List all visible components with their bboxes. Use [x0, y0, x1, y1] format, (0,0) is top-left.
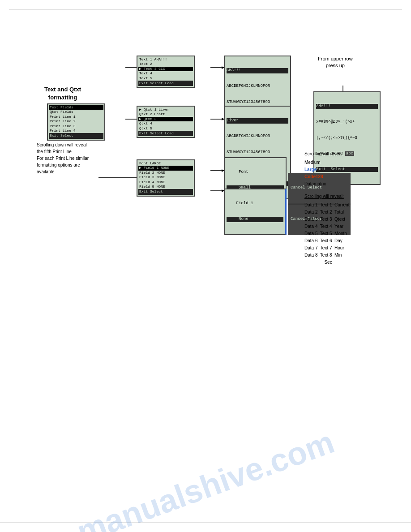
qtxt-menu-item-1[interactable]: Qtxt 1 Liver [138, 107, 193, 112]
menu-item-text-fields[interactable]: Text Fields [49, 105, 103, 110]
scrolling-font-large: Large [304, 166, 344, 173]
qtxt-menu-item-2[interactable]: Qtxt 2 Heart [138, 112, 193, 116]
font-menu-field3[interactable]: Field 3 NONE [138, 175, 193, 180]
scrolling-field-label: Scrolling will reveal: [304, 193, 349, 200]
liver-line2: ABCDEFGHIJKLMNOPOR [227, 134, 288, 139]
qtxt-menu-bottom: Exit Select Load [138, 131, 193, 136]
qtxt-menu-item-3[interactable]: Qtxt 3 [138, 117, 193, 121]
field-screen-value: None [227, 217, 283, 222]
from-upper-row-text: From upper rowpress up [318, 56, 353, 69]
text-menu-bottom: Exit Select Load [138, 81, 193, 86]
field-item-8: Data 8 Text 8 Min [304, 252, 349, 259]
text-menu-item-4[interactable]: Text 4 [138, 71, 193, 76]
font-screen-label: Font [227, 170, 284, 175]
font-menu-list: Font LARGE Field 1 NONE Field 2 NONE Fie… [137, 159, 195, 197]
field-item-4: Data 4 Text 4 Year [304, 223, 349, 230]
field-item-1: Data 1 Text 1 Current [304, 202, 349, 209]
qtxt-menu-item-5[interactable]: Qtxt 5 [138, 126, 193, 131]
field-item-2: Data 2 Text 2 Total [304, 209, 349, 216]
aha-line2: ABCDEFGHIJKLMNOPOR [227, 84, 288, 89]
aha-right-line1: AHA!!! [316, 104, 378, 109]
scrolling-font-reveal: Scrolling will reveal: Medium Large Code… [304, 150, 344, 188]
scrolling-field-reveal: Scrolling will reveal: Data 1 Text 1 Cur… [304, 193, 349, 266]
scrolling-font-label: Scrolling will reveal: [304, 150, 344, 158]
field-item-6: Data 6 Text 6 Day [304, 237, 349, 245]
qtxt-menu-list: Qtxt 1 Liver Qtxt 2 Heart Qtxt 3 Qtxt 4 … [137, 106, 195, 138]
scrolling-font-medium: Medium [304, 159, 344, 166]
page-container: Text and Qtxt formatting Text Fields Qtx… [0, 0, 411, 532]
field-item-5: Data 5 Text 5 Month [304, 230, 349, 237]
menu-item-print-line-4[interactable]: Print Line 4 [49, 129, 103, 133]
text-menu-item-3[interactable]: Text 3 CCC [138, 67, 193, 71]
text-menu-item-5[interactable]: Text 5 [138, 76, 193, 81]
scrolling-field-block: Scrolling will reveal: Data 1 Text 1 Cur… [304, 193, 349, 266]
side-note-block: Scrolling down will revealthe fifth Prin… [37, 142, 89, 175]
font-menu-field1[interactable]: Field 1 NONE [138, 166, 193, 170]
text-menu-item-1[interactable]: Text 1 AHA!!! [138, 57, 193, 62]
menu-item-print-line-3[interactable]: Print Line 3 [49, 124, 103, 129]
font-menu-font[interactable]: Font LARGE [138, 161, 193, 166]
text-menu-item-2[interactable]: Text 2 [138, 62, 193, 66]
field-item-7: Data 7 Text 7 Hour [304, 245, 349, 252]
field-screen-label: Field 1 [227, 201, 283, 206]
font-menu-bottom: Exit Select [138, 189, 193, 194]
field-lcd: Field 1 None [224, 189, 287, 235]
section-title: Text and Qtxt formatting [31, 86, 94, 102]
scrolling-font-datamatrix: Datamatrix [304, 180, 344, 188]
qtxt-menu-block: Qtxt 1 Liver Qtxt 2 Heart Qtxt 3 Qtxt 4 … [137, 106, 195, 138]
aha-line3: STUVWXYZ123456789O [227, 100, 288, 105]
left-main-menu: Text Fields Qtxt Fields Print Line 1 Pri… [47, 103, 105, 141]
qtxt-menu-item-4[interactable]: Qtxt 4 [138, 121, 193, 126]
field-item-sec: Sec [304, 259, 349, 266]
text-menu-list: Text 1 AHA!!! Text 2 Text 3 CCC Text 4 T… [137, 56, 195, 88]
font-menu-field5[interactable]: Field 5 NONE [138, 184, 193, 189]
text-menu-block: Text 1 AHA!!! Text 2 Text 3 CCC Text 4 T… [137, 56, 195, 88]
top-divider [9, 9, 402, 9]
scrolling-font-block: Scrolling will reveal: Medium Large Code… [304, 150, 344, 188]
field-item-3: Data 3 Text 3 Qtext [304, 216, 349, 223]
font-menu-block: Font LARGE Field 1 NONE Field 2 NONE Fie… [137, 159, 195, 197]
from-upper-row-block: From upper rowpress up [318, 56, 353, 69]
aha-right-line3: |,-</(;<=>?(){^~$ [316, 136, 378, 141]
font-menu-field2[interactable]: Field 2 NONE [138, 171, 193, 175]
scrolling-font-code128: Code128 [304, 173, 344, 180]
left-menu-list: Text Fields Qtxt Fields Print Line 1 Pri… [47, 103, 105, 141]
menu-item-print-line-2[interactable]: Print Line 2 [49, 119, 103, 124]
aha-right-line2: x##$%^@£J^_`(>x+ [316, 120, 378, 125]
watermark: manualshive.com [72, 423, 339, 532]
bottom-divider [0, 523, 411, 523]
left-menu-bottom: Exit Select [49, 133, 103, 138]
menu-item-print-line-1[interactable]: Print Line 1 [49, 115, 103, 119]
menu-item-qtxt-fields[interactable]: Qtxt Fields [49, 110, 103, 114]
liver-line3: STUVWXYZ123456789O [227, 150, 288, 155]
liver-line1: Liver [227, 118, 288, 124]
font-menu-field4[interactable]: Field 4 NONE [138, 180, 193, 184]
diagram-area: Text and Qtxt formatting Text Fields Qtx… [9, 16, 402, 276]
section-title-block: Text and Qtxt formatting [31, 86, 94, 102]
side-note-text: Scrolling down will revealthe fifth Prin… [37, 142, 89, 175]
aha-line1: AHA!!! [227, 68, 288, 73]
